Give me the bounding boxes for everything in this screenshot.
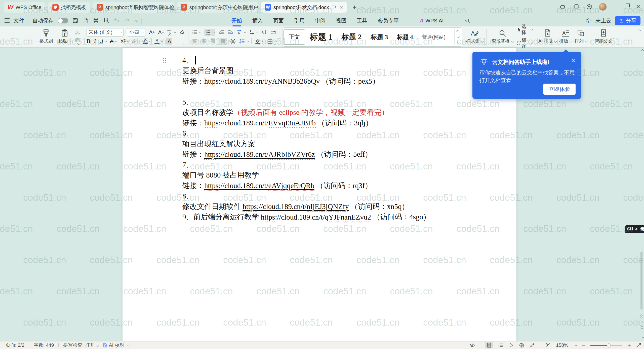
sort-icon[interactable]: A [261,29,267,35]
menu-item[interactable]: 页面 [273,17,284,24]
style-item[interactable]: 标题 2 [337,32,366,42]
align-left-icon[interactable] [192,38,198,44]
zoom-slider-thumb[interactable] [607,343,611,347]
italic-button[interactable]: I [94,38,96,45]
increase-indent-icon[interactable] [227,29,233,35]
menu-item[interactable]: 会员专享 [378,17,399,24]
vertical-scrollbar[interactable] [639,48,643,341]
font-name-select[interactable]: 宋体 (正文) [87,28,124,37]
cloud-upload-icon[interactable] [585,17,592,24]
gallery-scroll-up-icon[interactable] [456,30,459,33]
strikethrough-button[interactable]: A [110,38,117,44]
autosave-toggle[interactable] [58,18,68,23]
undo-icon[interactable] [113,17,120,24]
style-item[interactable]: 标题 3 [366,33,393,41]
close-tab-icon[interactable]: ✕ [340,5,343,10]
redo-icon[interactable] [124,17,130,24]
web-view-icon[interactable] [519,342,525,348]
font-size-select[interactable]: 小四 [127,28,145,37]
paste-button[interactable]: 粘贴 [57,26,72,46]
slideshow-view-icon[interactable] [508,342,514,348]
undo-redo-dropdown-icon[interactable] [135,19,138,21]
scrollbar-thumb[interactable] [640,252,642,309]
page-view-icon[interactable] [485,342,493,348]
asian-layout-icon[interactable] [249,29,258,35]
tab-stops-icon[interactable] [270,29,276,35]
scroll-down-icon[interactable] [641,335,644,338]
zoom-out-button[interactable]: − [582,342,585,349]
superscript-button[interactable]: X² [120,38,129,44]
increase-font-button[interactable]: A+ [149,29,154,35]
word-count[interactable]: 字数: 449 [34,342,54,348]
underline-button[interactable]: U [99,38,106,44]
zoom-in-button[interactable]: + [627,342,631,349]
gallery-more-icon[interactable] [457,41,460,44]
ime-indicator[interactable]: CH 简 [625,225,644,233]
save-icon[interactable] [72,17,78,24]
menu-item-wps-ai[interactable]: AWPS AI [420,17,444,24]
ink-pen-icon[interactable] [530,342,535,348]
line-spacing-icon[interactable] [239,38,248,44]
smart-doc-button[interactable]: 智能公文 [590,26,617,46]
gallery-scroll-down-icon[interactable] [457,35,460,38]
tab-list-dropdown-icon[interactable] [360,6,363,8]
minimize-button[interactable]: — [613,4,619,10]
new-tab-button[interactable]: + [352,3,356,11]
fullscreen-icon[interactable] [636,342,641,348]
doc-link[interactable]: https://cloud.189.cn/t/qYJFnanEZvu2 [261,213,371,221]
doc-link[interactable]: https://cloud.189.cn/t/EVvqI3uAJBFb [204,119,316,127]
menu-item[interactable]: 插入 [252,17,263,24]
zoom-level[interactable]: 158% [556,342,568,348]
style-item[interactable]: 标题 4 [392,33,417,41]
translate-button[interactable]: 文A翻译 [516,37,532,49]
format-painter-button[interactable]: 格式刷 [38,26,54,46]
close-window-button[interactable]: ✕ [636,4,640,10]
zoom-slider[interactable] [590,345,622,346]
restore-button[interactable] [625,5,629,9]
select-button[interactable]: 选择 [516,23,532,36]
stacked-windows-icon[interactable] [573,4,579,10]
zoom-dropdown-icon[interactable] [575,343,577,346]
next-page-icon[interactable] [640,325,642,329]
cut-icon[interactable] [75,29,80,35]
clear-format-icon[interactable] [179,29,185,35]
document-tab[interactable]: 找稻壳模板 [48,2,90,13]
popup-close-icon[interactable]: ✕ [571,57,576,64]
popup-cta-button[interactable]: 立即体验 [543,84,576,95]
clipboard-dialog-launcher-icon[interactable] [76,42,79,46]
eye-protection-icon[interactable] [469,342,475,348]
print-preview-icon[interactable] [103,17,109,24]
decrease-font-button[interactable]: A− [158,29,164,35]
text-effects-button[interactable]: A [132,38,139,44]
font-dialog-launcher-icon[interactable] [182,42,185,46]
align-center-icon[interactable] [201,38,207,44]
character-shading-button[interactable]: A [166,38,172,45]
doc-link[interactable]: https://cloud.189.cn/t/yANNB3b26bQv [204,77,320,85]
doc-link[interactable]: https://cloud.189.cn/t/AJRbIbVZVr6z [204,150,315,159]
style-gallery-scroll[interactable] [454,29,461,45]
shading-icon[interactable] [255,38,264,44]
collapse-ribbon-icon[interactable] [638,29,641,32]
paragraph-dialog-launcher-icon[interactable] [273,42,276,46]
font-color-button[interactable]: A [154,39,163,44]
layout-button[interactable]: A 排版 [558,26,573,46]
document-tab[interactable]: Pspringboot互联网智慧医院体检平台 [93,2,174,13]
document-content[interactable]: 4、更换后台背景图链接：https://cloud.189.cn/t/yANNB… [182,55,464,222]
distribute-icon[interactable] [230,38,236,44]
align-right-icon[interactable] [210,38,216,44]
paragraph-drag-handle-icon[interactable] [163,58,166,63]
document-tab[interactable]: Pspringboot哈尔滨中心医院用户移动 [177,2,258,13]
document-tab[interactable]: WWPS Office [4,2,46,13]
find-replace-button[interactable]: 查找替换 [490,26,514,46]
menu-item[interactable]: 开始 [231,17,242,24]
menu-item[interactable]: 审阅 [315,17,326,24]
user-avatar[interactable] [599,3,607,11]
doc-link[interactable]: https://cloud.189.cn/t/nIjEJ3jQNZfy [243,202,349,211]
hamburger-icon[interactable] [5,18,10,23]
document-page[interactable]: 4、更换后台背景图链接：https://cloud.189.cn/t/yANNB… [123,48,516,341]
share-button[interactable]: 分享 [615,16,640,25]
ai-layout-button[interactable]: AI 排版 [537,26,558,46]
export-icon[interactable] [83,17,89,24]
document-tab[interactable]: Wspringboot开发文档.docx✕ [261,2,347,13]
menu-item[interactable]: 工具 [357,17,367,24]
